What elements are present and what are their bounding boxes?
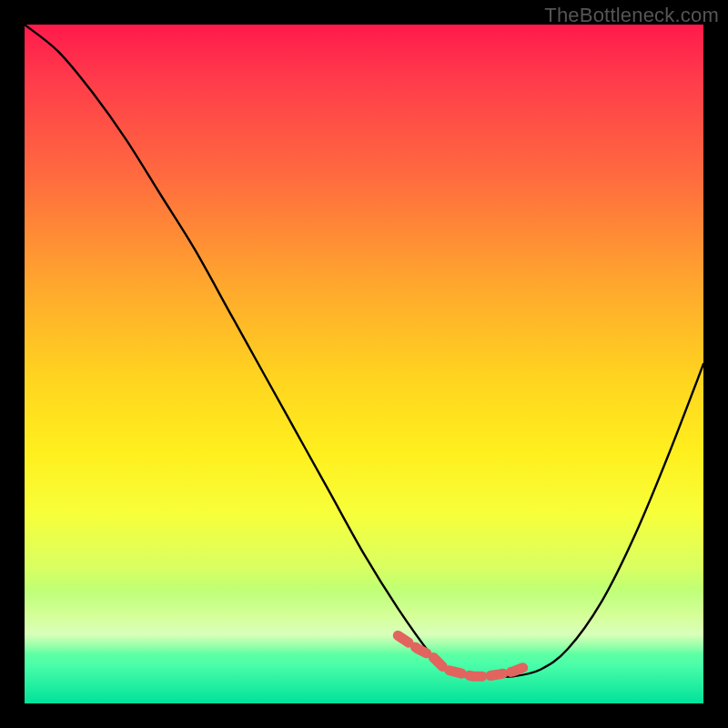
chart-frame: TheBottleneck.com [0, 0, 728, 728]
highlight-marker-path [398, 635, 527, 676]
watermark-label: TheBottleneck.com [544, 4, 719, 27]
highlight-markers [398, 635, 527, 676]
chart-svg [25, 25, 703, 703]
chart-plot-area [25, 25, 703, 703]
bottleneck-curve-path [25, 25, 703, 677]
gradient-highlight-band [25, 587, 703, 654]
